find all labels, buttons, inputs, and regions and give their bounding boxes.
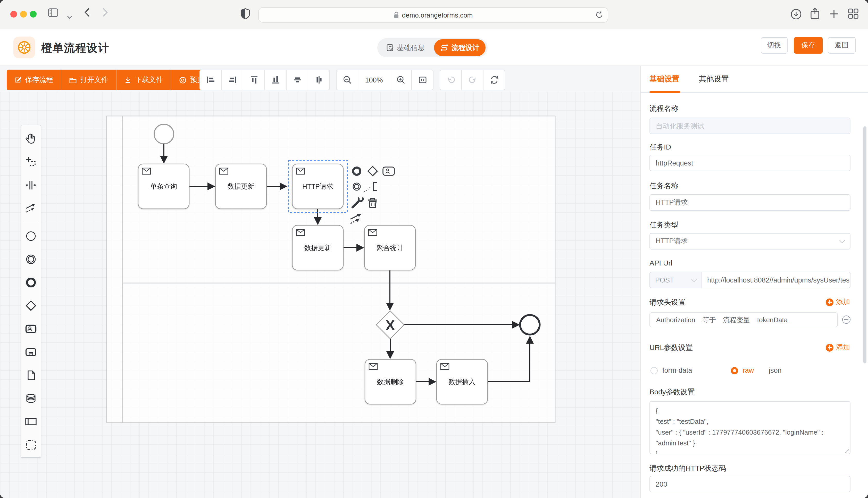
- task-label: 数据更新: [304, 244, 331, 252]
- api-url-input[interactable]: [702, 272, 850, 288]
- task-node[interactable]: 数据更新: [215, 164, 266, 209]
- url-params-label: URL参数设置: [650, 343, 693, 353]
- page-title: 橙单流程设计: [41, 41, 109, 55]
- browser-window: demo.orangeforms.com: [0, 0, 868, 498]
- close-window-button[interactable]: [10, 11, 17, 17]
- start-event-shape[interactable]: [154, 124, 174, 144]
- task-name-input[interactable]: [650, 194, 851, 211]
- radio-raw-label: raw: [743, 367, 754, 374]
- browser-chrome: demo.orangeforms.com: [0, 0, 868, 29]
- share-icon[interactable]: [810, 7, 819, 22]
- header-type: 流程变量: [723, 315, 750, 325]
- add-url-param-button[interactable]: 添加: [826, 343, 850, 352]
- shield-icon[interactable]: [240, 7, 251, 22]
- url-text: demo.orangeforms.com: [402, 11, 473, 19]
- task-type-value: HTTP请求: [656, 237, 688, 246]
- header-name: Authorization: [656, 316, 695, 324]
- tab-flow-design[interactable]: 流程设计: [434, 39, 485, 56]
- process-name-input[interactable]: [650, 118, 851, 134]
- radio-form-data-label: form-data: [662, 367, 692, 374]
- add-url-param-label: 添加: [836, 343, 850, 352]
- task-node[interactable]: 单条查询: [138, 164, 189, 209]
- tab-basic-info[interactable]: 基础信息: [377, 43, 434, 52]
- new-tab-icon[interactable]: [829, 9, 839, 21]
- header-value: tokenData: [757, 316, 788, 324]
- tab-basic-info-label: 基础信息: [397, 43, 425, 52]
- sidebar-icon[interactable]: [48, 8, 58, 19]
- header-op: 等于: [703, 315, 716, 325]
- body-params-label: Body参数设置: [650, 388, 695, 397]
- add-header-button[interactable]: 添加: [826, 298, 850, 307]
- add-header-label: 添加: [836, 298, 850, 307]
- tab-overview-icon[interactable]: [848, 8, 859, 21]
- panel-scrollbar[interactable]: [863, 126, 866, 364]
- task-node-selected[interactable]: HTTP请求: [292, 164, 343, 209]
- panel-tabs: 基础设置 其他设置: [641, 66, 868, 93]
- radio-raw[interactable]: [731, 367, 738, 374]
- task-id-input[interactable]: [650, 155, 851, 171]
- tab-basic-settings[interactable]: 基础设置: [650, 74, 679, 84]
- bpmn-canvas[interactable]: 保存流程 打开文件 下载文件 预览 100%: [0, 66, 640, 498]
- app-logo: [13, 37, 35, 58]
- status-code-label: 请求成功的HTTP状态码: [650, 464, 726, 473]
- task-label: 单条查询: [150, 183, 177, 190]
- minimize-window-button[interactable]: [20, 11, 27, 17]
- plus-icon: [826, 298, 833, 306]
- properties-panel: 基础设置 其他设置 流程名称 任务ID 任务名称 任务类型 HTTP请求 API…: [640, 66, 868, 498]
- header-row[interactable]: Authorization 等于 流程变量 tokenData: [650, 312, 838, 327]
- task-node[interactable]: 数据删除: [365, 359, 416, 404]
- radio-json-label[interactable]: json: [769, 367, 782, 374]
- end-event-shape[interactable]: [520, 315, 540, 335]
- task-label: 数据删除: [377, 378, 404, 385]
- plus-icon: [826, 344, 833, 351]
- body-mode-radio-group: form-data raw json: [651, 367, 782, 374]
- save-button[interactable]: 保存: [794, 37, 823, 54]
- task-type-select[interactable]: HTTP请求: [650, 233, 851, 250]
- gateway-marker: X: [386, 317, 395, 333]
- orange-logo-icon: [17, 40, 31, 55]
- lock-icon: [394, 12, 399, 18]
- process-name-label: 流程名称: [650, 104, 678, 114]
- task-label: HTTP请求: [302, 183, 333, 190]
- api-method-value: POST: [655, 276, 674, 284]
- request-headers-label: 请求头设置: [650, 298, 685, 307]
- task-label: 数据插入: [449, 378, 476, 385]
- api-url-group: POST: [650, 272, 851, 288]
- tab-flow-design-label: 流程设计: [452, 43, 479, 52]
- task-type-label: 任务类型: [650, 221, 678, 230]
- active-tab-underline: [650, 91, 680, 93]
- task-label: 数据更新: [228, 183, 254, 190]
- chevron-down-icon: [692, 276, 697, 282]
- api-method-select[interactable]: POST: [650, 272, 702, 288]
- radio-form-data[interactable]: [651, 367, 658, 374]
- body-params-textarea[interactable]: { "test" : "testData", "user" : { "userI…: [650, 401, 851, 454]
- remove-header-icon[interactable]: [842, 315, 851, 324]
- task-name-label: 任务名称: [650, 182, 678, 191]
- bpmn-diagram: 单条查询 数据更新 HTTP请求 数据更新: [0, 66, 640, 498]
- status-code-input[interactable]: [650, 476, 851, 492]
- download-icon[interactable]: [791, 9, 802, 22]
- zoom-window-button[interactable]: [30, 11, 37, 17]
- chevron-down-icon[interactable]: [67, 12, 72, 21]
- address-bar[interactable]: demo.orangeforms.com: [258, 7, 608, 23]
- switch-button[interactable]: 切换: [761, 37, 788, 54]
- tab-other-settings[interactable]: 其他设置: [699, 74, 729, 84]
- task-node[interactable]: 聚合统计: [364, 225, 415, 270]
- back-button[interactable]: 返回: [828, 37, 856, 54]
- task-node[interactable]: 数据更新: [292, 225, 343, 270]
- form-icon: [387, 44, 394, 52]
- reload-icon[interactable]: [595, 11, 603, 21]
- task-node[interactable]: 数据插入: [437, 359, 488, 404]
- flow-icon: [440, 44, 449, 51]
- chevron-down-icon: [839, 237, 845, 243]
- back-icon[interactable]: [84, 8, 90, 19]
- task-label: 聚合统计: [376, 244, 403, 252]
- app-header: 橙单流程设计 基础信息 流程设计 切换 保存 返回: [0, 29, 868, 66]
- api-url-label: API Url: [650, 259, 672, 267]
- forward-icon[interactable]: [103, 8, 108, 19]
- task-id-label: 任务ID: [650, 143, 671, 152]
- view-switcher: 基础信息 流程设计: [377, 38, 488, 57]
